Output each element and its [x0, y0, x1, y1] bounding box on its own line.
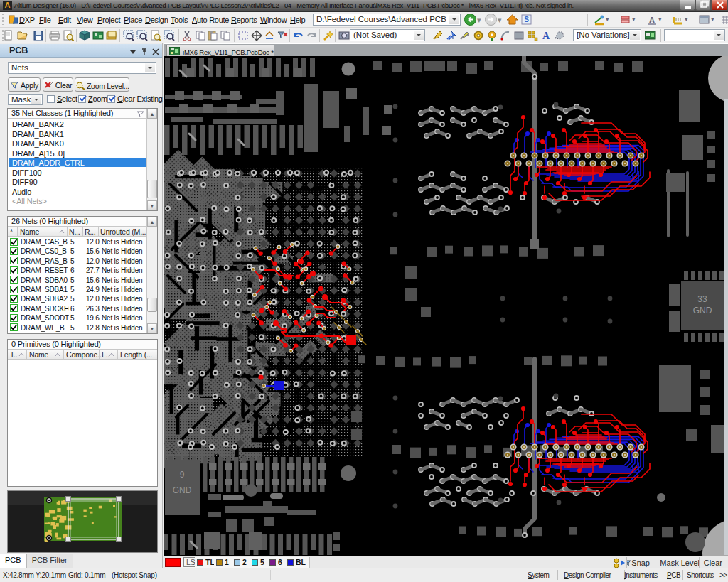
svg-text:9: 9 — [180, 470, 185, 480]
svg-text:S: S — [524, 16, 529, 23]
svg-text:A: A — [649, 16, 655, 24]
svg-text:33: 33 — [697, 294, 707, 304]
svg-text:GND: GND — [693, 306, 712, 316]
svg-text:GND: GND — [173, 485, 192, 495]
svg-text:A: A — [542, 31, 550, 41]
